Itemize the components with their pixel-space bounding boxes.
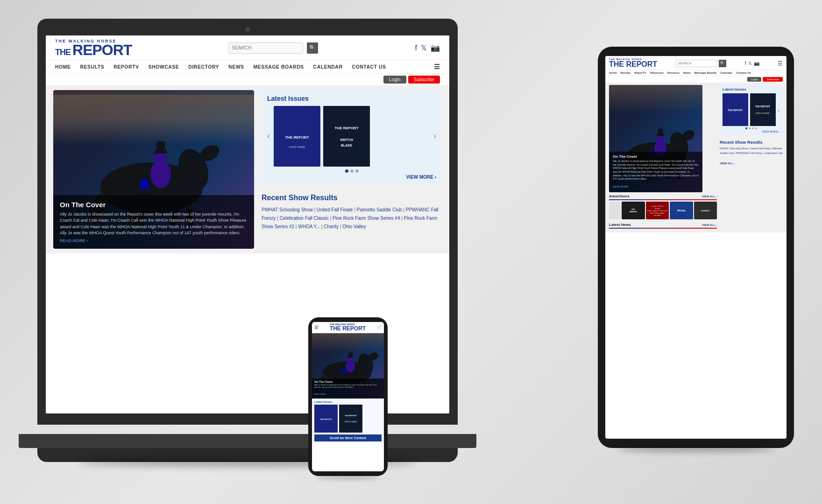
ad-item-nomads[interactable]: NOMADS [694,202,717,219]
phone-hamburger-icon[interactable]: ☰ [314,325,319,330]
laptop-logo: THE WALKING HORSE THE REPORT [55,39,132,57]
phone-cover-overlay: On The Cover Ally Jo Jacobs is showcased… [312,378,384,399]
nav-home[interactable]: HOME [55,64,71,70]
login-button[interactable]: Login [383,76,406,84]
nav-directory[interactable]: DIRECTORY [188,64,219,70]
laptop-latest-issues: Latest Issues ‹ THE REPORT CAST ASIDE [262,90,442,184]
tablet-result-ppwhanc[interactable]: PPWHANC Fall Frenzy [736,152,762,154]
laptop-results-text: PWHAT Schooling Show | United Fall Final… [262,206,442,231]
facebook-icon[interactable]: f [415,44,417,52]
tablet-login-button[interactable]: Login [747,77,762,82]
tablet-read-more[interactable]: READ MORE [613,185,628,188]
ad-item-louise[interactable]: Louise H. BornStudioPuttin' Cash On The … [646,202,669,219]
svg-text:THE REPORT: THE REPORT [755,105,770,108]
svg-rect-29 [658,129,663,135]
tablet-subscribe-button[interactable]: Subscribe [763,77,783,82]
result-united[interactable]: United Fall Finale [317,207,353,212]
tablet-search-button[interactable]: 🔍 [719,60,726,67]
tablet-news-view-all[interactable]: VIEW ALL › [702,224,717,226]
tablet-view-more-issues[interactable]: VIEW MORE › [723,130,780,133]
issue-cover-2[interactable]: THE REPORT SWITCH BLADE [323,106,370,167]
tablet-issue-2[interactable]: THE REPORT SWITCH BLADE [750,93,776,126]
tablet-left-col: On The Cover Ally Jo Jacobs is showcased… [609,85,717,230]
laptop-search-input[interactable] [228,42,303,54]
tablet-twitter-icon[interactable]: 𝕏 [748,61,752,66]
svg-text:SWITCH: SWITCH [340,138,353,141]
laptop-read-more-link[interactable]: READ MORE › [60,238,248,243]
dot-1 [345,169,348,173]
nav-news[interactable]: NEWS [228,64,244,70]
tablet-cover-overlay: On The Cover Ally Jo Jacobs is showcased… [609,152,702,192]
nav-calendar[interactable]: CALENDAR [313,64,343,70]
instagram-icon[interactable]: 📷 [431,43,440,52]
twitter-icon[interactable]: 𝕏 [421,43,427,52]
phone-header: ☰ THE WALKING HORSE THE REPORT 📄 [312,322,384,333]
tablet-nav-calendar[interactable]: Calendar [720,71,732,74]
hamburger-menu-icon[interactable]: ☰ [434,63,440,70]
laptop-search-area: 🔍 [228,42,318,54]
nav-results[interactable]: RESULTS [80,64,105,70]
laptop-cover-title: On The Cover [60,201,248,209]
issue-cover-1[interactable]: THE REPORT CAST ASIDE [274,106,320,167]
tablet-nav-news[interactable]: News [683,71,691,74]
tablet-cover-text: Ally Jo Jacobs is showcased on the Repor… [613,160,699,181]
svg-text:SWITCH BLADE: SWITCH BLADE [756,112,770,114]
laptop-search-button[interactable]: 🔍 [307,42,318,54]
tablet-advertisers-view-all[interactable]: VIEW ALL › [702,195,717,198]
tablet-logo: THE WALKING HORSE THE REPORT [609,58,657,68]
tablet-result-celebration[interactable]: Celebration Fall [765,152,783,154]
result-pine-rock-4[interactable]: Pine Rock Farm Show Series #4 [333,216,400,221]
nav-reportv[interactable]: REPORTV [113,64,139,70]
result-celebration[interactable]: Celebration Fall Classic [280,216,329,221]
tablet-nav-contact-us[interactable]: Contact Us [736,71,751,74]
result-ohio[interactable]: Ohio Valley [342,224,366,229]
laptop-device: THE WALKING HORSE THE REPORT 🔍 f 𝕏 📷 [37,19,458,476]
laptop-view-more-issues[interactable]: VIEW MORE › [267,175,436,180]
carousel-next-arrow[interactable]: › [433,131,436,141]
tablet-issue-1[interactable]: THE REPORT [723,93,748,126]
tablet-nav-directory[interactable]: Directory [667,71,680,74]
ad-item-wichita[interactable]: Wichita [670,202,693,219]
svg-text:THE REPORT: THE REPORT [285,135,309,140]
laptop-body: THE WALKING HORSE THE REPORT 🔍 f 𝕏 📷 [37,19,458,425]
laptop-recent-results: Recent Show Results PWHAT Schooling Show… [262,190,442,235]
laptop-issue-covers: THE REPORT CAST ASIDE THE REPORT [274,106,430,167]
tablet-carousel-next[interactable]: › [778,107,779,114]
phone-scroll-button[interactable]: Scroll for More Content [314,434,382,441]
result-charity[interactable]: Charity [324,224,339,229]
subscribe-button[interactable]: Subscribe [408,76,440,84]
tablet-nav-message-boards[interactable]: Message Boards [694,71,717,74]
ad-item-maiden[interactable]: THEMAIDEN [622,202,645,219]
phone-device: ☰ THE WALKING HORSE THE REPORT 📄 [308,317,388,476]
tablet-nav-showcase[interactable]: Showcase [650,71,663,74]
tablet-nav-results[interactable]: Results [621,71,631,74]
result-pwhat[interactable]: PWHAT Schooling Show [262,207,313,212]
tablet-nav-reportv[interactable]: ReporTV [634,71,646,74]
phone-body: ☰ THE WALKING HORSE THE REPORT 📄 [308,317,388,476]
tablet-hamburger-icon[interactable]: ☰ [778,60,783,67]
svg-text:THE REPORT: THE REPORT [334,126,359,130]
tablet-search-input[interactable] [675,60,717,67]
tablet-nav-home[interactable]: Home [609,71,617,74]
news-strip [609,228,717,229]
laptop-right-section: Latest Issues ‹ THE REPORT CAST ASIDE [262,90,442,249]
laptop-cover-section: On The Cover Ally Jo Jacobs is showcased… [53,90,254,249]
tablet-facebook-icon[interactable]: f [745,61,746,66]
nav-contact-us[interactable]: CONTACT US [352,64,386,70]
nav-showcase[interactable]: SHOWCASE [149,64,179,70]
tablet-carousel-dots [723,127,780,129]
nav-message-boards[interactable]: MESSAGE BOARDS [254,64,304,70]
tablet-result-united[interactable]: United Fall Finale [750,147,770,150]
result-palmetto[interactable]: Palmetto Saddle Club [357,207,402,212]
phone-issue-1[interactable]: THE REPORT [314,405,338,433]
tablet-latest-issues-title: Latest Issues [723,87,780,91]
tablet-view-all-link[interactable]: VIEW ALL › [720,162,735,165]
carousel-prev-arrow[interactable]: ‹ [267,131,270,141]
result-whoa[interactable]: WHOA Y... [298,224,320,229]
phone-read-more[interactable]: READ MORE [314,393,326,395]
tablet-instagram-icon[interactable]: 📷 [754,61,759,66]
laptop-latest-issues-title: Latest Issues [267,95,436,102]
tablet-result-pwhat[interactable]: PWHAT Schooling Show [720,147,748,150]
svg-text:THE REPORT: THE REPORT [345,414,357,417]
phone-issue-2[interactable]: THE REPORT SWITCH BLADE [339,405,362,433]
